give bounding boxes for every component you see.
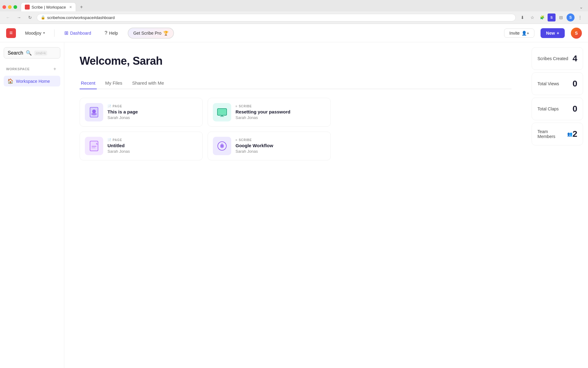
- stat-card-total-claps: Total Claps 0: [532, 98, 583, 120]
- tab-expand-btn[interactable]: ⌄: [579, 5, 586, 10]
- bookmark-icon[interactable]: ☆: [528, 13, 537, 22]
- welcome-title: Welcome, Sarah: [80, 55, 511, 67]
- stat-value-scribes-created: 4: [572, 54, 577, 63]
- file-card-4[interactable]: ≡ SCRIBE Google Workflow Sarah Jonas: [208, 132, 331, 160]
- svg-point-3: [91, 113, 97, 115]
- stat-card-scribes-created: Scribes Created 4: [532, 47, 583, 70]
- back-btn[interactable]: ←: [4, 13, 12, 22]
- dashboard-icon: ⊞: [64, 30, 68, 36]
- browser-chrome: Scribe | Workspace ✕ + ⌄ ← → ↻ 🔒 scribeh…: [0, 0, 588, 24]
- file-type-icon-3: 📄: [107, 138, 111, 142]
- sidebar-icon[interactable]: ⊟: [557, 13, 565, 22]
- sidebar: Search 🔍 cmd+k WORKSPACE + 🏠 Workspace H…: [0, 42, 64, 368]
- workspace-section-title: WORKSPACE: [6, 67, 30, 71]
- page-thumb-svg-1: [88, 106, 100, 119]
- tab-bar: Scribe | Workspace ✕ + ⌄: [0, 0, 588, 11]
- close-window-btn[interactable]: [2, 5, 6, 9]
- extension-icon[interactable]: 🧩: [538, 13, 546, 22]
- get-scribe-pro-label: Get Scribe Pro: [133, 31, 161, 36]
- new-tab-btn[interactable]: +: [77, 3, 86, 11]
- browser-tab-active[interactable]: Scribe | Workspace ✕: [21, 2, 76, 11]
- file-card-2[interactable]: ≡ SCRIBE Resetting your password Sarah J…: [208, 98, 331, 127]
- home-icon: 🏠: [7, 78, 13, 84]
- sidebar-item-workspace-home[interactable]: 🏠 Workspace Home: [4, 76, 60, 86]
- maximize-window-btn[interactable]: [13, 5, 17, 9]
- file-thumbnail-1: [85, 103, 103, 121]
- chrome-profile-btn[interactable]: S: [567, 13, 575, 21]
- file-author-4: Sarah Jonas: [236, 149, 326, 154]
- stat-label-team-members: Team Members: [537, 129, 566, 139]
- url-text: scribehow.com/workspace#dashboard: [47, 15, 512, 20]
- app: ≡ Moodjoy ▾ ⊞ Dashboard ? Help Get Scrib…: [0, 24, 588, 368]
- download-icon[interactable]: ⬇: [518, 13, 527, 22]
- files-grid: 📄 PAGE This is a page Sarah Jonas: [80, 98, 331, 160]
- get-scribe-pro-btn[interactable]: Get Scribe Pro 🏆: [128, 28, 174, 39]
- tab-close-btn[interactable]: ✕: [69, 5, 72, 9]
- file-type-label-1: 📄 PAGE: [107, 105, 198, 108]
- file-name-3: Untitled: [107, 143, 198, 148]
- invite-btn[interactable]: Invite 👤+: [504, 29, 534, 38]
- file-name-2: Resetting your password: [236, 109, 326, 114]
- browser-actions: ⬇ ☆ 🧩 S ⊟ S ⋮: [518, 13, 584, 22]
- file-author-3: Sarah Jonas: [107, 149, 198, 154]
- file-meta-3: 📄 PAGE Untitled Sarah Jonas: [107, 138, 198, 154]
- invite-label: Invite: [509, 31, 519, 36]
- window-controls: [2, 5, 17, 9]
- plus-icon: +: [557, 31, 559, 36]
- tab-title: Scribe | Workspace: [32, 5, 66, 10]
- file-type-label-4: ≡ SCRIBE: [236, 138, 326, 142]
- file-type-label-3: 📄 PAGE: [107, 138, 198, 142]
- search-box[interactable]: Search 🔍 cmd+k: [4, 47, 60, 59]
- stat-value-team-members: 2: [572, 129, 577, 139]
- refresh-btn[interactable]: ↻: [26, 13, 34, 22]
- nav-help[interactable]: ? Help: [101, 29, 122, 38]
- tab-my-files[interactable]: My Files: [104, 77, 124, 89]
- svg-rect-8: [220, 116, 224, 117]
- file-thumbnail-4: [213, 137, 231, 155]
- tab-recent[interactable]: Recent: [80, 77, 97, 89]
- file-name-1: This is a page: [107, 109, 198, 114]
- stat-value-total-claps: 0: [572, 104, 577, 114]
- file-card-3[interactable]: 📄 PAGE Untitled Sarah Jonas: [80, 132, 203, 160]
- app-logo[interactable]: ≡: [6, 28, 16, 38]
- stat-label-scribes-created: Scribes Created: [537, 56, 568, 61]
- new-btn[interactable]: New +: [541, 28, 565, 38]
- file-type-label-2: ≡ SCRIBE: [236, 105, 326, 108]
- address-bar: ← → ↻ 🔒 scribehow.com/workspace#dashboar…: [0, 11, 588, 24]
- nav-help-label: Help: [109, 31, 118, 36]
- nav-dashboard[interactable]: ⊞ Dashboard: [61, 28, 95, 38]
- file-type-icon-4: ≡: [236, 138, 238, 142]
- stats-panel: Scribes Created 4 Total Views 0 Total Cl…: [527, 42, 588, 368]
- forward-btn[interactable]: →: [15, 13, 23, 22]
- file-name-4: Google Workflow: [236, 143, 326, 148]
- scribe-thumb-svg-4: [216, 140, 228, 152]
- sidebar-add-btn[interactable]: +: [52, 66, 58, 72]
- user-avatar[interactable]: S: [571, 28, 582, 39]
- team-members-icon: 👥: [567, 132, 572, 136]
- file-type-icon-2: ≡: [236, 105, 238, 108]
- file-author-1: Sarah Jonas: [107, 115, 198, 120]
- chevron-down-icon: ▾: [43, 31, 45, 35]
- scribehow-extension-icon[interactable]: S: [548, 13, 556, 21]
- main-content: Welcome, Sarah Recent My Files Shared wi…: [64, 42, 527, 368]
- workspace-selector[interactable]: Moodjoy ▾: [22, 29, 48, 37]
- search-shortcut: cmd+k: [34, 51, 47, 56]
- minimize-window-btn[interactable]: [8, 5, 12, 9]
- file-author-2: Sarah Jonas: [236, 115, 326, 120]
- svg-rect-9: [90, 141, 98, 151]
- url-bar[interactable]: 🔒 scribehow.com/workspace#dashboard: [37, 14, 516, 21]
- content-tabs: Recent My Files Shared with Me: [80, 77, 511, 89]
- stat-label-total-claps: Total Claps: [537, 106, 559, 111]
- file-thumbnail-3: [85, 137, 103, 155]
- logo-icon: ≡: [9, 30, 13, 36]
- header-divider: [54, 29, 55, 37]
- tab-shared-with-me[interactable]: Shared with Me: [131, 77, 165, 89]
- page-thumb-svg-3: [88, 140, 100, 152]
- file-card-1[interactable]: 📄 PAGE This is a page Sarah Jonas: [80, 98, 203, 127]
- file-meta-1: 📄 PAGE This is a page Sarah Jonas: [107, 105, 198, 120]
- search-icon: 🔍: [26, 50, 32, 56]
- menu-btn[interactable]: ⋮: [576, 13, 584, 22]
- scribe-thumb-svg-2: [216, 106, 228, 119]
- svg-rect-6: [218, 109, 226, 113]
- tab-favicon: [25, 5, 30, 10]
